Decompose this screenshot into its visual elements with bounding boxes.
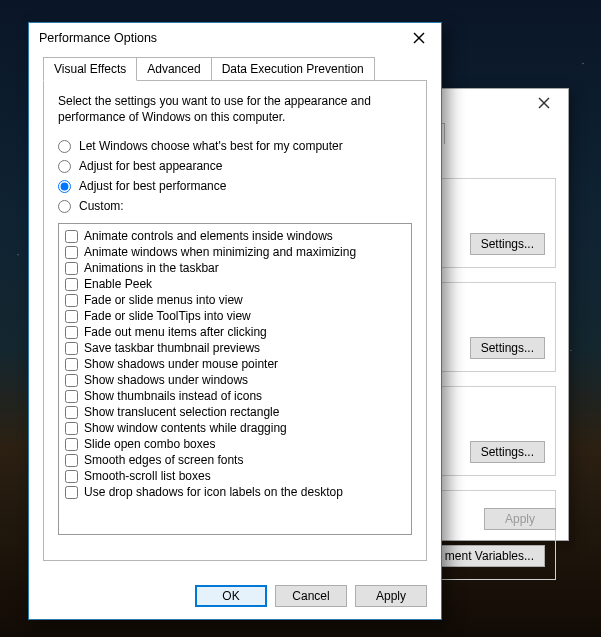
effect-label: Show window contents while dragging (84, 421, 287, 435)
radio-label: Let Windows choose what's best for my co… (79, 139, 343, 153)
effect-checkbox[interactable] (65, 454, 78, 467)
tabstrip: Visual EffectsAdvancedData Execution Pre… (43, 57, 427, 81)
effect-item[interactable]: Show thumbnails instead of icons (65, 388, 405, 404)
effect-checkbox[interactable] (65, 390, 78, 403)
radio-r4[interactable]: Custom: (58, 199, 412, 213)
radio-input[interactable] (58, 200, 71, 213)
effect-label: Fade out menu items after clicking (84, 325, 267, 339)
dialog-buttons: OK Cancel Apply (29, 573, 441, 619)
effect-item[interactable]: Show window contents while dragging (65, 420, 405, 436)
effect-label: Animate controls and elements inside win… (84, 229, 333, 243)
effect-checkbox[interactable] (65, 262, 78, 275)
effect-checkbox[interactable] (65, 310, 78, 323)
effect-label: Save taskbar thumbnail previews (84, 341, 260, 355)
env-variables-button[interactable]: ment Variables... (434, 545, 545, 567)
effect-checkbox[interactable] (65, 246, 78, 259)
effect-label: Animate windows when minimizing and maxi… (84, 245, 356, 259)
radio-label: Adjust for best performance (79, 179, 226, 193)
effect-item[interactable]: Enable Peek (65, 276, 405, 292)
effect-item[interactable]: Slide open combo boxes (65, 436, 405, 452)
effect-checkbox[interactable] (65, 230, 78, 243)
close-button[interactable] (526, 92, 562, 114)
radio-r2[interactable]: Adjust for best appearance (58, 159, 412, 173)
radio-r3[interactable]: Adjust for best performance (58, 179, 412, 193)
effect-label: Show translucent selection rectangle (84, 405, 279, 419)
settings-button-0[interactable]: Settings... (470, 233, 545, 255)
effect-checkbox[interactable] (65, 422, 78, 435)
effect-label: Show shadows under windows (84, 373, 248, 387)
settings-button-2[interactable]: Settings... (470, 441, 545, 463)
radio-input[interactable] (58, 180, 71, 193)
effect-label: Use drop shadows for icon labels on the … (84, 485, 343, 499)
apply-button[interactable]: Apply (355, 585, 427, 607)
effect-label: Slide open combo boxes (84, 437, 215, 451)
effect-label: Fade or slide ToolTips into view (84, 309, 251, 323)
apply-button-back[interactable]: Apply (484, 508, 556, 530)
radio-r1[interactable]: Let Windows choose what's best for my co… (58, 139, 412, 153)
effect-checkbox[interactable] (65, 342, 78, 355)
effect-label: Smooth-scroll list boxes (84, 469, 211, 483)
close-icon (538, 97, 550, 109)
effect-label: Enable Peek (84, 277, 152, 291)
effect-checkbox[interactable] (65, 406, 78, 419)
effect-checkbox[interactable] (65, 278, 78, 291)
effect-checkbox[interactable] (65, 486, 78, 499)
radio-input[interactable] (58, 140, 71, 153)
tab-advanced[interactable]: Advanced (136, 57, 211, 81)
effect-checkbox[interactable] (65, 470, 78, 483)
titlebar: Performance Options (29, 23, 441, 53)
effect-item[interactable]: Show translucent selection rectangle (65, 404, 405, 420)
close-button[interactable] (397, 24, 441, 52)
ok-button[interactable]: OK (195, 585, 267, 607)
effect-item[interactable]: Smooth edges of screen fonts (65, 452, 405, 468)
settings-button-1[interactable]: Settings... (470, 337, 545, 359)
effect-item[interactable]: Fade or slide ToolTips into view (65, 308, 405, 324)
effect-item[interactable]: Smooth-scroll list boxes (65, 468, 405, 484)
effect-checkbox[interactable] (65, 294, 78, 307)
effect-checkbox[interactable] (65, 438, 78, 451)
radio-label: Adjust for best appearance (79, 159, 222, 173)
effect-item[interactable]: Animate windows when minimizing and maxi… (65, 244, 405, 260)
window-title: Performance Options (39, 31, 157, 45)
cancel-button[interactable]: Cancel (275, 585, 347, 607)
effect-item[interactable]: Use drop shadows for icon labels on the … (65, 484, 405, 500)
effect-item[interactable]: Animations in the taskbar (65, 260, 405, 276)
radio-label: Custom: (79, 199, 124, 213)
effect-item[interactable]: Show shadows under mouse pointer (65, 356, 405, 372)
effect-checkbox[interactable] (65, 358, 78, 371)
tab-visual-effects[interactable]: Visual Effects (43, 57, 137, 81)
radio-input[interactable] (58, 160, 71, 173)
effect-label: Fade or slide menus into view (84, 293, 243, 307)
effect-label: Show thumbnails instead of icons (84, 389, 262, 403)
effect-checkbox[interactable] (65, 326, 78, 339)
performance-options-dialog: Performance Options Visual EffectsAdvanc… (28, 22, 442, 620)
effects-checklist[interactable]: Animate controls and elements inside win… (58, 223, 412, 535)
tab-data-execution-prevention[interactable]: Data Execution Prevention (211, 57, 375, 81)
effect-item[interactable]: Save taskbar thumbnail previews (65, 340, 405, 356)
close-icon (413, 32, 425, 44)
effect-label: Smooth edges of screen fonts (84, 453, 243, 467)
effect-item[interactable]: Fade out menu items after clicking (65, 324, 405, 340)
effect-label: Animations in the taskbar (84, 261, 219, 275)
effect-item[interactable]: Animate controls and elements inside win… (65, 228, 405, 244)
effect-checkbox[interactable] (65, 374, 78, 387)
tab-panel-visual-effects: Select the settings you want to use for … (43, 80, 427, 561)
effect-label: Show shadows under mouse pointer (84, 357, 278, 371)
effect-item[interactable]: Show shadows under windows (65, 372, 405, 388)
effect-item[interactable]: Fade or slide menus into view (65, 292, 405, 308)
instruction-text: Select the settings you want to use for … (58, 93, 412, 125)
